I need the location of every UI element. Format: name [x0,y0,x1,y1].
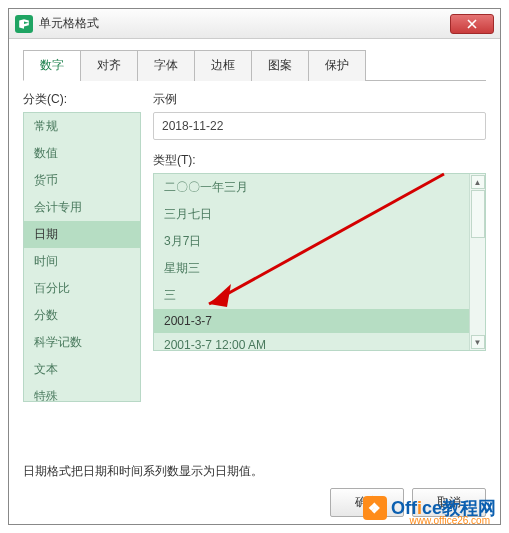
category-item-general[interactable]: 常规 [24,113,140,140]
scroll-down-button[interactable]: ▼ [471,335,485,349]
type-items: 二〇〇一年三月 三月七日 3月7日 星期三 三 2001-3-7 2001-3-… [154,174,469,350]
tab-protection[interactable]: 保护 [308,50,366,81]
tab-pattern[interactable]: 图案 [251,50,309,81]
window-title: 单元格格式 [39,15,450,32]
type-item[interactable]: 3月7日 [154,228,469,255]
example-value: 2018-11-22 [153,112,486,140]
ok-button[interactable]: 确定 [330,488,404,517]
type-item[interactable]: 二〇〇一年三月 [154,174,469,201]
category-label: 分类(C): [23,91,141,108]
type-item[interactable]: 2001-3-7 12:00 AM [154,333,469,350]
dialog-footer: 确定 取消 [9,480,500,524]
tab-strip: 数字 对齐 字体 边框 图案 保护 [23,49,486,81]
titlebar: 单元格格式 [9,9,500,39]
tab-number[interactable]: 数字 [23,50,81,81]
category-list[interactable]: 常规 数值 货币 会计专用 日期 时间 百分比 分数 科学记数 文本 特殊 自定… [23,112,141,402]
close-button[interactable] [450,14,494,34]
scroll-up-button[interactable]: ▲ [471,175,485,189]
category-item-scientific[interactable]: 科学记数 [24,329,140,356]
example-label: 示例 [153,91,486,108]
type-item[interactable]: 三 [154,282,469,309]
category-item-accounting[interactable]: 会计专用 [24,194,140,221]
chevron-up-icon: ▲ [474,178,482,187]
scroll-track[interactable] [471,190,485,334]
format-description: 日期格式把日期和时间系列数显示为日期值。 [23,463,486,480]
cancel-button[interactable]: 取消 [412,488,486,517]
close-icon [467,19,477,29]
type-item[interactable]: 星期三 [154,255,469,282]
scroll-thumb[interactable] [471,190,485,238]
category-item-text[interactable]: 文本 [24,356,140,383]
dialog-body: 数字 对齐 字体 边框 图案 保护 分类(C): 常规 数值 货币 会计专用 日… [9,39,500,480]
format-cells-dialog: 单元格格式 数字 对齐 字体 边框 图案 保护 分类(C): 常规 数值 货币 … [8,8,501,525]
category-item-time[interactable]: 时间 [24,248,140,275]
category-item-percentage[interactable]: 百分比 [24,275,140,302]
tab-alignment[interactable]: 对齐 [80,50,138,81]
type-list[interactable]: 二〇〇一年三月 三月七日 3月7日 星期三 三 2001-3-7 2001-3-… [153,173,486,351]
tab-content: 分类(C): 常规 数值 货币 会计专用 日期 时间 百分比 分数 科学记数 文… [23,81,486,423]
type-scrollbar[interactable]: ▲ ▼ [469,174,485,350]
tab-border[interactable]: 边框 [194,50,252,81]
category-item-date[interactable]: 日期 [24,221,140,248]
type-item[interactable]: 三月七日 [154,201,469,228]
category-item-special[interactable]: 特殊 [24,383,140,402]
category-item-fraction[interactable]: 分数 [24,302,140,329]
chevron-down-icon: ▼ [474,338,482,347]
app-icon [15,15,33,33]
tab-font[interactable]: 字体 [137,50,195,81]
type-label: 类型(T): [153,152,486,169]
category-item-currency[interactable]: 货币 [24,167,140,194]
left-column: 分类(C): 常规 数值 货币 会计专用 日期 时间 百分比 分数 科学记数 文… [23,91,141,423]
right-column: 示例 2018-11-22 类型(T): 二〇〇一年三月 三月七日 3月7日 星… [153,91,486,423]
type-item-selected[interactable]: 2001-3-7 [154,309,469,333]
category-item-number[interactable]: 数值 [24,140,140,167]
